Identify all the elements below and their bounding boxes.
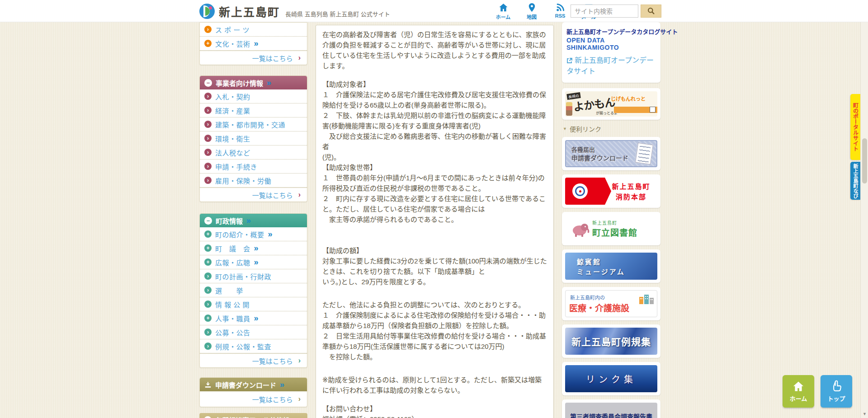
site-tagline: 長崎県 五島列島 新上五島町 公式サイト xyxy=(285,9,390,18)
fire-emblem-icon xyxy=(572,183,588,199)
page-scrollbar: ▼ xyxy=(860,0,868,418)
sidebar-item-koubo[interactable]: › 公募・公告 xyxy=(200,325,307,339)
plus-circle-icon: + xyxy=(204,230,212,238)
opendata-link-label: 新上五島町オープンデータサイト xyxy=(566,56,654,75)
banner-todokede[interactable]: 各種届出 申請書ダウンロード xyxy=(562,137,660,170)
sidebar-item-sports[interactable]: › ス ポ ー ツ xyxy=(200,23,307,37)
arrow-circle-icon: › xyxy=(204,163,212,170)
sidebar-item-kankyo[interactable]: › 環境・衛生 xyxy=(200,132,307,146)
sidebar-item-senkyo[interactable]: › 選 挙 xyxy=(200,283,307,297)
banner-thirdparty-report[interactable]: 第三者調査委員会調査報告書 xyxy=(562,399,660,418)
sidebar-item-gikai[interactable]: + 町 議 会 » xyxy=(200,241,307,255)
yokamon-brand-label: じげもんれっと xyxy=(611,95,646,102)
thirdparty-label: 第三者調査委員会調査報告書 xyxy=(570,412,652,418)
arrow-circle-icon: › xyxy=(204,177,212,184)
banner-reikishu[interactable]: 新上五島町例規集 xyxy=(562,324,660,358)
nav-map-label: 地図 xyxy=(527,13,537,20)
sidebar-item-reiki[interactable]: › 例規・公報・監査 xyxy=(200,339,307,353)
whale-line1: 鯨賓館 xyxy=(577,257,657,266)
paragraph-contact: 【お問い合わせ】 福祉課（電話：0959-53-1165） xyxy=(322,404,547,418)
opendata-link[interactable]: 新上五島町オープンデータサイト xyxy=(566,55,656,77)
sidebar-item-keikaku[interactable]: › 町の計画・行財政 xyxy=(200,269,307,283)
floating-home-button[interactable]: ホーム xyxy=(783,375,814,408)
arrow-circle-icon: › xyxy=(204,26,212,33)
scrollbar-thumb[interactable] xyxy=(862,138,867,183)
floating-top-button[interactable]: トップ xyxy=(821,375,852,408)
paragraph-amount: 【助成の額】 対象工事に要した経費に3分の2を乗じて得た額(100円未満の端数が… xyxy=(322,245,547,287)
yokamon-banner[interactable]: 長崎の よかもん が揃っとるよ じげもんれっと xyxy=(562,88,660,120)
search-icon xyxy=(647,7,656,15)
nav-home[interactable]: ホーム xyxy=(493,2,514,20)
paragraph-intro: 在宅の高齢者及び障害者（児）の日常生活を容易にするとともに、家族の介護の負担を軽… xyxy=(322,29,547,71)
banner-library[interactable]: 新上五島町 町立図書館 xyxy=(562,212,660,245)
sidebar-section-download: 申請書ダウンロード » 一覧はこちら › xyxy=(199,377,307,407)
sidebar-item-kouhou[interactable]: + 広報・広聴 » xyxy=(200,255,307,269)
fire-banner-image: 新上五島町 消防本部 xyxy=(565,178,657,205)
section-title: 申請書ダウンロード xyxy=(215,380,276,390)
arrow-circle-icon: › xyxy=(204,93,212,100)
list-all-link[interactable]: 一覧はこちら › xyxy=(200,353,307,367)
consult-section-header[interactable]: + 各種相談窓口・公共施設 » xyxy=(199,413,307,418)
sidebar-item-jinji[interactable]: + 人事・職員 » xyxy=(200,311,307,325)
list-all-label: 一覧はこちら xyxy=(252,356,293,366)
chevrons-icon: » xyxy=(268,230,273,238)
town-navi-tab[interactable]: 新上五島町なび xyxy=(850,162,860,200)
nav-rss[interactable]: RSS xyxy=(550,2,571,20)
section-title: 事業者向け情報 xyxy=(216,78,263,88)
yokamon-banner-image: 長崎の よかもん が揃っとるよ じげもんれっと xyxy=(565,91,657,117)
fire-line2: 消防本部 xyxy=(616,192,646,201)
download-icon xyxy=(204,381,212,388)
external-link-icon xyxy=(566,57,573,64)
arrow-circle-icon: › xyxy=(204,121,212,128)
minus-circle-icon: − xyxy=(204,79,212,87)
list-all-link[interactable]: 一覧はこちら › xyxy=(200,51,307,65)
chevrons-icon: » xyxy=(267,79,271,87)
site-search xyxy=(571,5,661,18)
benri-links-heading: ▼ 便利リンク xyxy=(563,124,660,133)
minus-circle-icon: − xyxy=(204,217,212,225)
sidebar-item-nyusatsu[interactable]: › 入札・契約 xyxy=(200,89,307,103)
list-all-link[interactable]: 一覧はこちら › xyxy=(200,391,307,407)
nav-map[interactable]: 地図 xyxy=(521,2,542,20)
sidebar-item-label: 広報・広聴 xyxy=(215,258,250,267)
scrollbar-down-arrow[interactable]: ▼ xyxy=(861,412,868,416)
sidebar-item-jouhou[interactable]: › 情 報 公 開 xyxy=(200,297,307,311)
plus-circle-icon: + xyxy=(204,315,212,322)
sidebar-item-koyou[interactable]: › 雇用・保険・労働 xyxy=(200,174,307,188)
download-section-header[interactable]: 申請書ダウンロード » xyxy=(200,378,307,391)
banner-medical[interactable]: 新上五島町内の 医療・介護施設 xyxy=(562,287,660,320)
banner-fire-department[interactable]: 新上五島町 消防本部 xyxy=(562,174,660,208)
arrow-circle-icon: › xyxy=(204,329,212,336)
library-banner-image: 新上五島町 町立図書館 xyxy=(565,215,657,242)
government-section-header[interactable]: − 町政情報 » xyxy=(200,214,307,227)
fire-line1: 新上五島町 xyxy=(612,181,650,191)
floating-home-label: ホーム xyxy=(790,394,807,403)
pointing-hand-icon xyxy=(830,380,843,393)
portal-site-tab[interactable]: 町のポータルサイト xyxy=(850,94,860,160)
town-logo-icon xyxy=(199,4,215,19)
list-all-label: 一覧はこちら xyxy=(252,395,293,404)
sidebar-item-hojinzei[interactable]: › 法人税など xyxy=(200,146,307,160)
document-icon xyxy=(635,143,653,164)
paragraph-adjustment: ただし、他法による負担との調整については、次のとおりとする。 １ 介護保険制度に… xyxy=(322,300,547,362)
plus-circle-icon: + xyxy=(204,416,212,418)
reikishu-banner-image: 新上五島町例規集 xyxy=(565,328,657,355)
sidebar-item-shinsei[interactable]: › 申請・手続き xyxy=(200,160,307,174)
chevrons-icon: » xyxy=(254,314,259,322)
benri-links-label: 便利リンク xyxy=(570,124,601,133)
elephant-icon xyxy=(570,220,590,238)
search-button[interactable] xyxy=(641,5,661,18)
opendata-card[interactable]: 新上五島町オープンデータカタログサイト OPEN DATA SHINKAMIGO… xyxy=(562,22,660,83)
banner-whale-museum[interactable]: 鯨賓館 ミュージアム xyxy=(562,249,660,283)
site-logo[interactable]: 新上五島町 長崎県 五島列島 新上五島町 公式サイト xyxy=(199,3,390,19)
list-all-link[interactable]: 一覧はこちら › xyxy=(200,188,307,202)
search-input[interactable] xyxy=(571,5,638,18)
sidebar-item-shoukai[interactable]: + 町の紹介・概要 » xyxy=(200,227,307,241)
sidebar-item-keizai[interactable]: › 経済・産業 xyxy=(200,103,307,117)
sidebar-item-kenchiku[interactable]: › 建築・都市開発・交通 xyxy=(200,117,307,132)
sidebar-item-culture-art[interactable]: + 文化・芸術 » xyxy=(200,37,307,51)
links-label: リンク集 xyxy=(586,372,637,385)
business-section-header[interactable]: − 事業者向け情報 » xyxy=(200,76,307,89)
plus-circle-icon: + xyxy=(204,258,212,266)
banner-links[interactable]: リンク集 xyxy=(562,362,660,395)
